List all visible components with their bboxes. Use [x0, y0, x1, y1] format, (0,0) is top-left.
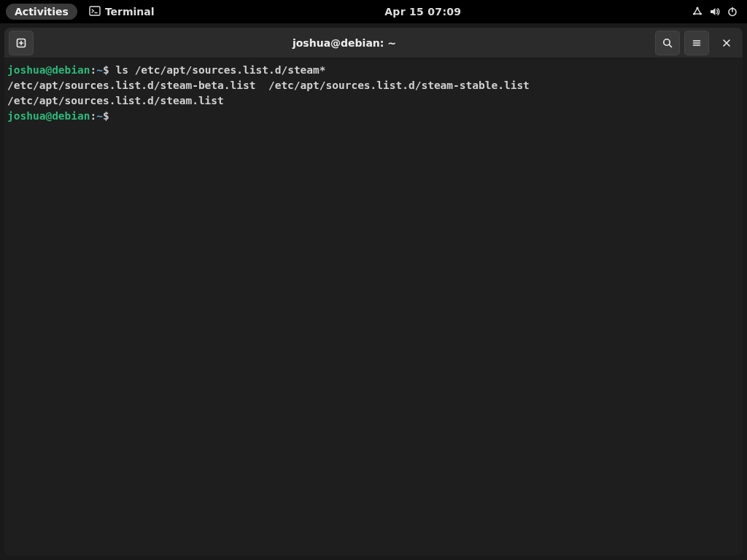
terminal-output-line: /etc/apt/sources.list.d/steam.list	[7, 93, 740, 109]
titlebar: joshua@debian: ~	[4, 28, 743, 58]
activities-button[interactable]: Activities	[6, 4, 77, 20]
terminal-line: joshua@debian:~$ ls /etc/apt/sources.lis…	[7, 63, 740, 78]
active-app-name: Terminal	[105, 6, 155, 18]
system-tray[interactable]	[692, 6, 741, 18]
terminal-window: joshua@debian: ~	[4, 28, 743, 556]
new-tab-button[interactable]	[9, 31, 34, 55]
gnome-top-panel: Activities Terminal Apr 15 07:09	[0, 0, 747, 23]
volume-icon[interactable]	[709, 6, 721, 18]
close-button[interactable]	[718, 34, 735, 52]
panel-clock[interactable]: Apr 15 07:09	[384, 6, 461, 18]
terminal-app-icon	[89, 5, 101, 19]
hamburger-menu-button[interactable]	[684, 31, 709, 55]
command-text: ls /etc/apt/sources.list.d/steam*	[109, 64, 326, 76]
search-button[interactable]	[655, 31, 680, 55]
svg-line-5	[694, 8, 697, 14]
terminal-line: joshua@debian:~$	[7, 109, 740, 124]
network-icon[interactable]	[692, 6, 703, 18]
power-icon[interactable]	[727, 6, 738, 18]
terminal-viewport[interactable]: joshua@debian:~$ ls /etc/apt/sources.lis…	[4, 58, 743, 556]
svg-rect-0	[90, 7, 100, 15]
terminal-output-line: /etc/apt/sources.list.d/steam-beta.list …	[7, 78, 740, 93]
svg-line-6	[697, 8, 701, 14]
svg-line-14	[669, 44, 671, 47]
window-title: joshua@debian: ~	[34, 37, 655, 49]
active-app-indicator[interactable]: Terminal	[89, 5, 155, 19]
